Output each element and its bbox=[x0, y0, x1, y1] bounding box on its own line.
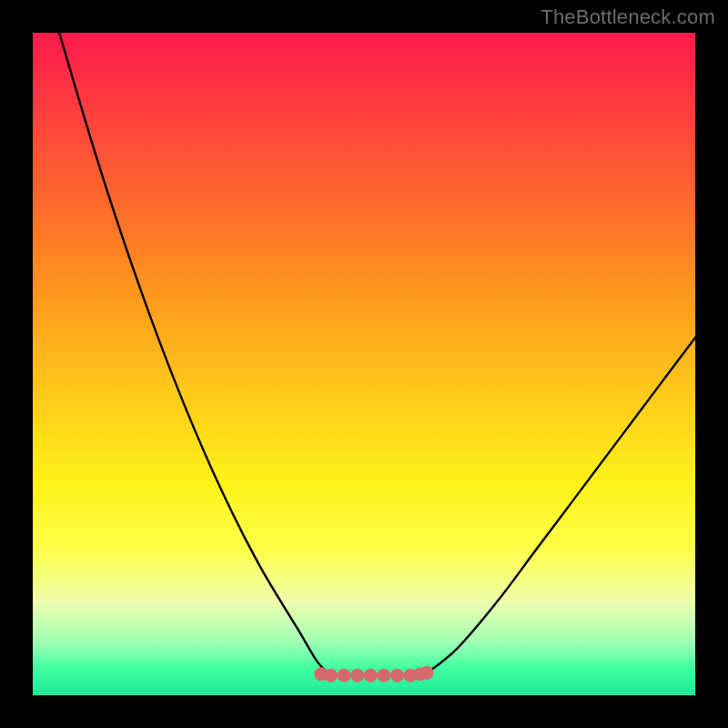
bottom-dot bbox=[324, 669, 338, 682]
curve-svg bbox=[33, 33, 695, 695]
bottom-dot bbox=[338, 669, 351, 682]
plot-area bbox=[33, 33, 695, 695]
watermark-text: TheBottleneck.com bbox=[541, 5, 715, 29]
right-curve bbox=[424, 338, 695, 675]
bottom-dot bbox=[390, 669, 404, 682]
left-curve bbox=[59, 33, 330, 675]
bottom-dot bbox=[420, 666, 434, 680]
chart-frame: TheBottleneck.com bbox=[0, 0, 728, 728]
bottom-dot bbox=[350, 669, 364, 682]
bottom-dots bbox=[314, 666, 433, 682]
bottom-dot bbox=[377, 669, 390, 682]
bottom-dot bbox=[364, 669, 378, 682]
